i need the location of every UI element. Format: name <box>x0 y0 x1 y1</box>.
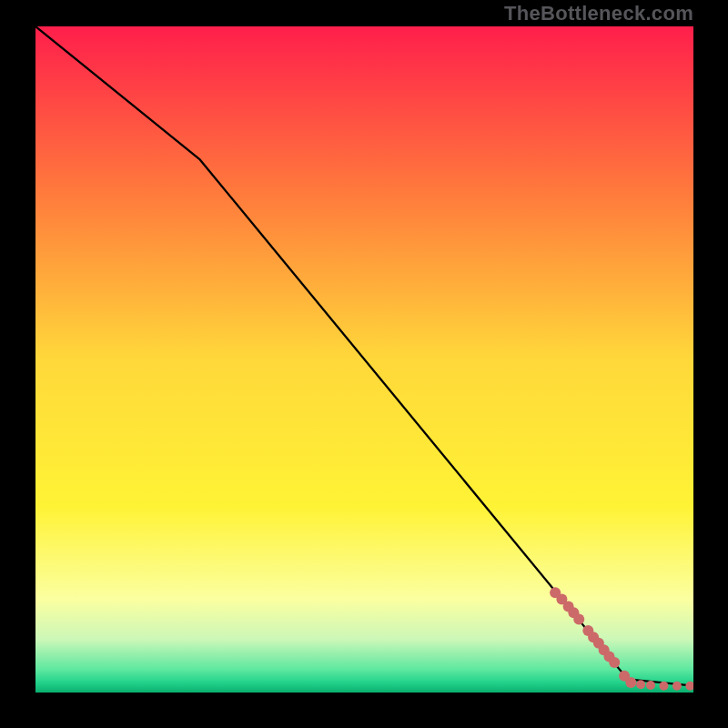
watermark-text: TheBottleneck.com <box>504 2 693 25</box>
data-marker <box>646 681 655 690</box>
data-marker <box>659 682 668 691</box>
data-marker <box>672 682 682 691</box>
data-marker <box>636 680 645 689</box>
chart-container: TheBottleneck.com <box>0 0 728 728</box>
plot-area <box>35 26 693 693</box>
data-marker <box>573 613 584 624</box>
data-marker <box>609 657 620 668</box>
data-marker <box>625 677 636 688</box>
chart-svg <box>35 26 693 693</box>
